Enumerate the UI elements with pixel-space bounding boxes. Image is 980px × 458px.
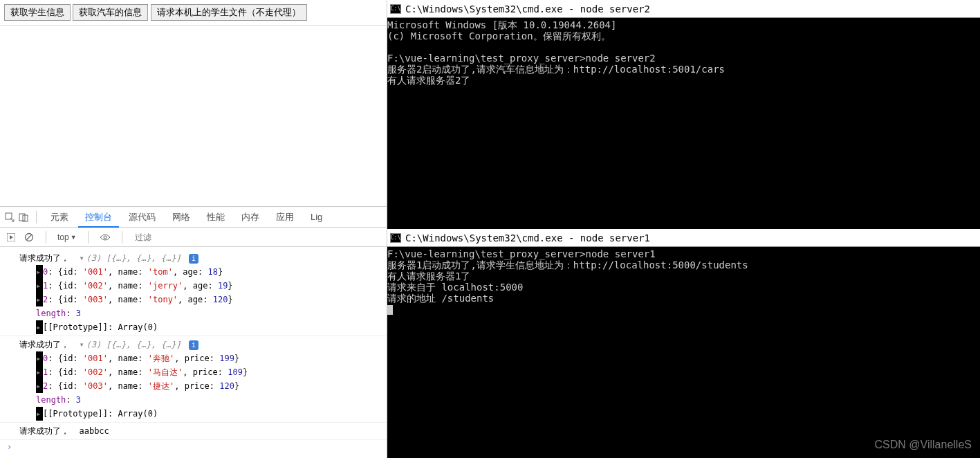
tab-sources[interactable]: 源代码 [122, 207, 163, 228]
tab-network[interactable]: 网络 [165, 207, 197, 228]
array-prototype[interactable]: [[Prototype]]: Array(0) [0, 320, 387, 334]
terminal-output[interactable]: Microsoft Windows [版本 10.0.19044.2604] (… [387, 18, 980, 229]
cmd-icon: C:\ [390, 233, 401, 243]
expand-icon[interactable] [36, 365, 43, 379]
get-students-button[interactable]: 获取学生信息 [4, 4, 71, 21]
expand-icon[interactable] [36, 293, 43, 306]
tab-more[interactable]: Lig [304, 207, 329, 228]
get-local-file-button[interactable]: 请求本机上的学生文件（不走代理） [151, 4, 307, 21]
expand-icon[interactable] [36, 279, 43, 293]
array-item[interactable]: 2: {id: '003', name: '捷达', price: 120} [0, 379, 387, 393]
devtools: 元素 控制台 源代码 网络 性能 内存 应用 Lig top ▼ [0, 206, 387, 458]
cmd-icon: C:\ [390, 4, 401, 14]
terminal-server1: C:\ C:\Windows\System32\cmd.exe - node s… [387, 229, 980, 458]
filter-input[interactable] [133, 231, 237, 244]
expand-icon[interactable] [36, 265, 43, 279]
tab-performance[interactable]: 性能 [200, 207, 232, 228]
terminal-title: C:\Windows\System32\cmd.exe - node serve… [405, 3, 650, 15]
separator [88, 231, 89, 244]
log-text: 请求成功了， [19, 253, 69, 263]
device-toggle-icon[interactable] [18, 212, 29, 223]
terminal-title: C:\Windows\System32\cmd.exe - node serve… [405, 232, 650, 244]
terminal-titlebar[interactable]: C:\ C:\Windows\System32\cmd.exe - node s… [387, 229, 980, 247]
console-toolbar: top ▼ [0, 228, 387, 247]
array-item[interactable]: 1: {id: '002', name: 'jerry', age: 19} [0, 279, 387, 293]
play-icon[interactable] [6, 232, 17, 243]
log-text: 请求成功了， [19, 426, 69, 436]
expand-icon[interactable] [36, 351, 43, 365]
console-log-students: 请求成功了， (3) [{…}, {…}, {…}] i 0: {id: '00… [0, 250, 387, 336]
browser-panel: 获取学生信息 获取汽车的信息 请求本机上的学生文件（不走代理） 元素 控制台 源… [0, 0, 387, 458]
array-item[interactable]: 2: {id: '003', name: 'tony', age: 120} [0, 293, 387, 306]
info-icon[interactable]: i [189, 254, 198, 264]
terminals-panel: C:\ C:\Windows\System32\cmd.exe - node s… [387, 0, 980, 458]
expand-icon[interactable] [79, 251, 86, 265]
expand-icon[interactable] [36, 407, 43, 421]
log-value: aabbcc [79, 426, 109, 436]
svg-line-5 [26, 235, 32, 240]
terminal-output[interactable]: F:\vue-learning\test_proxy_server>node s… [387, 247, 980, 458]
context-dropdown[interactable]: top ▼ [57, 232, 77, 242]
array-item[interactable]: 0: {id: '001', name: '奔驰', price: 199} [0, 351, 387, 365]
array-prototype[interactable]: [[Prototype]]: Array(0) [0, 407, 387, 421]
tab-elements[interactable]: 元素 [44, 207, 75, 228]
console-prompt[interactable]: › [0, 440, 387, 455]
array-summary[interactable]: (3) [{…}, {…}, {…}] [86, 340, 181, 349]
context-label: top [57, 232, 69, 242]
page-body [0, 26, 387, 206]
clear-console-icon[interactable] [24, 232, 35, 243]
array-summary[interactable]: (3) [{…}, {…}, {…}] [86, 253, 181, 263]
svg-point-6 [104, 236, 107, 239]
eye-icon[interactable] [100, 232, 111, 243]
array-length: length: 3 [0, 306, 387, 320]
expand-icon[interactable] [36, 320, 43, 334]
chevron-down-icon: ▼ [71, 234, 77, 241]
separator [46, 231, 46, 244]
terminal-titlebar[interactable]: C:\ C:\Windows\System32\cmd.exe - node s… [387, 0, 980, 18]
expand-icon[interactable] [36, 379, 43, 393]
tab-memory[interactable]: 内存 [234, 207, 266, 228]
inspect-icon[interactable] [4, 212, 15, 223]
separator [36, 211, 37, 223]
separator [122, 231, 122, 244]
log-text: 请求成功了， [19, 340, 69, 349]
watermark: CSDN @VillanelleS [875, 439, 972, 451]
console-log-cars: 请求成功了， (3) [{…}, {…}, {…}] i 0: {id: '00… [0, 336, 387, 423]
devtools-tabs: 元素 控制台 源代码 网络 性能 内存 应用 Lig [0, 207, 387, 228]
prompt-icon: › [7, 440, 12, 454]
array-length: length: 3 [0, 393, 387, 407]
tab-console[interactable]: 控制台 [78, 207, 119, 228]
info-icon[interactable]: i [189, 340, 198, 350]
page-buttons-row: 获取学生信息 获取汽车的信息 请求本机上的学生文件（不走代理） [0, 0, 387, 26]
get-cars-button[interactable]: 获取汽车的信息 [73, 4, 148, 21]
array-item[interactable]: 1: {id: '002', name: '马自达', price: 109} [0, 365, 387, 379]
expand-icon[interactable] [79, 338, 86, 351]
tab-application[interactable]: 应用 [269, 207, 301, 228]
terminal-server2: C:\ C:\Windows\System32\cmd.exe - node s… [387, 0, 980, 229]
console-output: 请求成功了， (3) [{…}, {…}, {…}] i 0: {id: '00… [0, 247, 387, 458]
array-item[interactable]: 0: {id: '001', name: 'tom', age: 18} [0, 265, 387, 279]
console-log-plain: 请求成功了， aabbcc [0, 423, 387, 440]
